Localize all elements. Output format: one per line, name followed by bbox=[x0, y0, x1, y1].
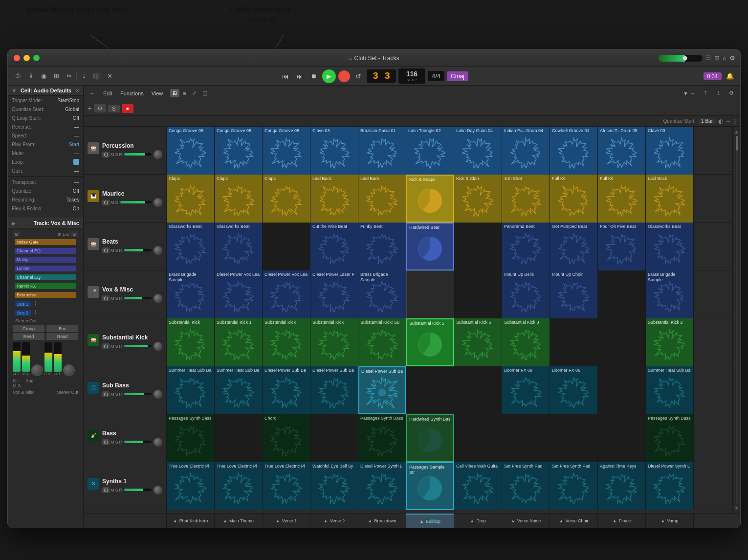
grid-cell-r5-c2[interactable]: Diesel Power Sub Ba bbox=[263, 366, 310, 414]
scene-trigger-verse-noise[interactable]: ▲Verse Noise bbox=[502, 514, 550, 528]
q-loop-value[interactable]: Off bbox=[73, 115, 79, 121]
vox-s-btn[interactable]: S bbox=[115, 296, 118, 301]
channel-eq2-label[interactable]: Channel EQ bbox=[15, 274, 76, 280]
bnc-btn[interactable]: Bnc bbox=[46, 325, 78, 332]
scene-trigger-drop[interactable]: ▲Drop bbox=[454, 514, 502, 528]
grid-cell-r7-c8[interactable]: Set Free Synth Pad bbox=[550, 462, 598, 510]
red-trigger[interactable]: ■ bbox=[122, 104, 133, 113]
maur-pan-knob[interactable] bbox=[154, 198, 162, 207]
grid-cell-r1-c5[interactable]: Kick & Snaps bbox=[406, 175, 454, 223]
maur-s-btn[interactable]: S bbox=[115, 200, 118, 205]
x-btn[interactable]: ✕ bbox=[104, 71, 115, 82]
scene-trigger-phat-kick-intro[interactable]: ▲Phat Kick Intro bbox=[167, 514, 215, 528]
view-menu[interactable]: View bbox=[149, 90, 166, 97]
subkick-power-btn[interactable]: ⏻ bbox=[102, 343, 110, 349]
grid-cell-r6-c9[interactable] bbox=[598, 414, 646, 462]
grid-cell-r0-c7[interactable]: Indian Pa...Drum 04 bbox=[502, 127, 550, 175]
stop-btn[interactable]: ■ bbox=[308, 70, 320, 82]
grid-cell-r0-c1[interactable]: Conga Groove 08 bbox=[215, 127, 263, 175]
grid-cell-r4-c3[interactable]: Substantial Kick bbox=[310, 318, 358, 366]
vox-fader[interactable] bbox=[124, 297, 152, 299]
quantize-start-value[interactable]: Global bbox=[65, 107, 79, 112]
loop-checkbox[interactable] bbox=[73, 159, 79, 165]
grid-cell-r0-c3[interactable]: Clave 03 bbox=[310, 127, 358, 175]
grid-cell-r0-c8[interactable]: Cowbell Groove 01 bbox=[550, 127, 598, 175]
bass-s-btn[interactable]: S bbox=[115, 440, 118, 445]
perc-pan-knob[interactable] bbox=[154, 150, 162, 159]
grid-cell-r0-c0[interactable]: Conga Groove 08 bbox=[167, 127, 215, 175]
beats-power-btn[interactable]: ⏻ bbox=[102, 247, 110, 253]
subbass-pan-knob[interactable] bbox=[154, 390, 162, 399]
play-from-value[interactable]: Start bbox=[69, 142, 79, 147]
grid-cell-r2-c10[interactable]: Glassworks Beat bbox=[646, 223, 694, 270]
io-toggle[interactable]: ⊙ bbox=[13, 231, 21, 237]
record-btn[interactable] bbox=[338, 70, 350, 82]
grid-cell-r3-c1[interactable]: Diesel Power Vox Lea bbox=[215, 270, 263, 318]
bus2-btn[interactable]: Bus 2 bbox=[15, 310, 31, 316]
grid-cell-r6-c4[interactable]: Passages Synth Bass bbox=[358, 414, 406, 462]
grid-cell-r3-c2[interactable]: Diesel Power Vox Lea bbox=[263, 270, 310, 318]
grid-cell-r4-c8[interactable] bbox=[550, 318, 598, 366]
grid-cell-r0-c6[interactable]: Latin Day Guiro 04 bbox=[454, 127, 502, 175]
grid-cell-r3-c10[interactable]: Brass Brigade Sample bbox=[646, 270, 694, 318]
vox-pan-knob[interactable] bbox=[154, 294, 162, 303]
functions-menu[interactable]: Functions bbox=[118, 90, 146, 97]
synths1-s-btn[interactable]: S bbox=[115, 488, 118, 493]
beats-pan-knob[interactable] bbox=[154, 246, 162, 255]
fast-forward-btn[interactable]: ⏭ bbox=[294, 70, 306, 82]
grid-cell-r1-c9[interactable]: Full Kit bbox=[598, 175, 646, 223]
key-display[interactable]: Cmaj bbox=[447, 71, 468, 81]
grid-cell-r5-c0[interactable]: Summer Heat Sub Ba bbox=[167, 366, 215, 414]
scene-trigger-vamp[interactable]: ▲Vamp bbox=[646, 514, 694, 528]
inspector-header[interactable]: ▼ Cell: Audio Defaults ✕ bbox=[8, 86, 83, 96]
group-btn[interactable]: Group bbox=[13, 325, 44, 332]
grid-cell-r3-c9[interactable] bbox=[598, 270, 646, 318]
recording-value[interactable]: Takes bbox=[66, 197, 79, 202]
config-btn[interactable]: ⚙ bbox=[726, 89, 736, 97]
scene-trigger-verse-choir[interactable]: ▲Verse Choir bbox=[550, 514, 598, 528]
track-section-header[interactable]: ▶ Track: Vox & Misc bbox=[8, 218, 83, 228]
grid-cell-r4-c10[interactable]: Substantial Kick 2 bbox=[646, 318, 694, 366]
compare-btn[interactable]: ◫ bbox=[200, 89, 210, 97]
grid-cell-r0-c5[interactable]: Latin Triangle 02 bbox=[406, 127, 454, 175]
perc-fader[interactable] bbox=[124, 153, 152, 156]
add-row-btn[interactable]: + bbox=[88, 104, 92, 113]
time-signature[interactable]: 4/4 bbox=[428, 71, 444, 81]
scroll-down-btn[interactable]: ▼ bbox=[734, 505, 739, 511]
search-icon[interactable]: ⌕ bbox=[723, 54, 726, 62]
subkick-m-btn[interactable]: M bbox=[110, 344, 114, 349]
bass-r-btn[interactable]: R bbox=[119, 440, 123, 445]
multip-label[interactable]: Multip bbox=[15, 257, 76, 263]
synths1-r-btn[interactable]: R bbox=[119, 488, 123, 493]
grid-cell-r1-c7[interactable]: 1rm Shot bbox=[502, 175, 550, 223]
scroll-thumb[interactable] bbox=[736, 136, 738, 151]
link-btn[interactable]: ⤢ bbox=[190, 89, 199, 97]
grid-cell-r4-c1[interactable]: Substantial Kick 1 bbox=[215, 318, 263, 366]
inspector-close[interactable]: ✕ bbox=[75, 88, 79, 93]
grid-cell-r7-c2[interactable]: True Love Electric Pi bbox=[263, 462, 310, 510]
grid-cell-r3-c0[interactable]: Brass Brigade Sample bbox=[167, 270, 215, 318]
vox-power-btn[interactable]: ⏻ bbox=[102, 295, 110, 301]
speed-value[interactable]: — bbox=[74, 133, 79, 138]
grid-cell-r1-c0[interactable]: Claps bbox=[167, 175, 215, 223]
io-record-btn[interactable]: ⊙ bbox=[94, 104, 106, 112]
filter-btn[interactable]: ▼ → bbox=[681, 90, 698, 97]
synths1-m-btn[interactable]: M bbox=[110, 488, 114, 493]
grid-cell-r2-c2[interactable] bbox=[263, 223, 310, 270]
grid-cell-r6-c7[interactable] bbox=[502, 414, 550, 462]
quant-settings-btn[interactable]: ⟩ bbox=[734, 118, 736, 125]
grid-cell-r2-c7[interactable]: Panorama Beat bbox=[502, 223, 550, 270]
rewind-btn[interactable]: ⏮ bbox=[280, 70, 291, 82]
grid-cell-r1-c1[interactable]: Claps bbox=[215, 175, 263, 223]
tempo-display[interactable]: 116 KEEP bbox=[398, 68, 425, 84]
maur-m-btn[interactable]: M bbox=[110, 200, 114, 205]
transpose-value[interactable]: — bbox=[74, 179, 79, 185]
vox-r-btn[interactable]: R bbox=[119, 296, 123, 301]
subkick-r-btn[interactable]: R bbox=[119, 344, 123, 349]
grid-cell-r6-c8[interactable] bbox=[550, 414, 598, 462]
scene-trigger-main-theme[interactable]: ▲Main Theme bbox=[215, 514, 263, 528]
gain-value[interactable]: — bbox=[74, 168, 79, 174]
grid-cell-r4-c2[interactable]: Substantial Kick bbox=[263, 318, 310, 366]
grid-cell-r5-c1[interactable]: Summer Heat Sub Ba bbox=[215, 366, 263, 414]
io-btn2[interactable]: ⊙ bbox=[70, 231, 78, 237]
